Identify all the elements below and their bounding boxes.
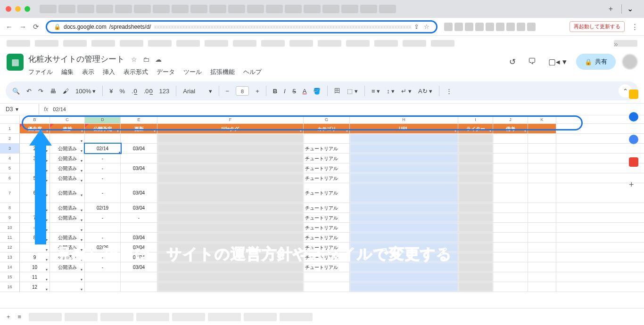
- extensions-row[interactable]: [444, 23, 563, 31]
- row-label[interactable]: 13: [0, 252, 20, 262]
- cell-status[interactable]: ▾: [50, 223, 85, 232]
- cell-writer[interactable]: [458, 203, 493, 212]
- cell-priority[interactable]: 9▾: [20, 252, 50, 262]
- chrome-menu-icon[interactable]: ⋮: [631, 23, 638, 31]
- cell-update[interactable]: -: [121, 213, 157, 222]
- cell-writer[interactable]: [458, 173, 493, 183]
- forward-button[interactable]: →: [19, 23, 26, 31]
- cell-note[interactable]: [493, 163, 528, 173]
- cell-title[interactable]: [157, 223, 304, 232]
- cell-category[interactable]: [304, 282, 350, 292]
- column-headers[interactable]: B C D E F G H I J K: [0, 115, 644, 124]
- cell-update[interactable]: [121, 272, 157, 282]
- cell-writer[interactable]: [458, 183, 493, 203]
- cell-url[interactable]: [350, 173, 458, 183]
- cell-publish[interactable]: -: [85, 183, 121, 203]
- row-label[interactable]: 10: [0, 223, 20, 232]
- share-button[interactable]: 🔒共有: [576, 54, 616, 70]
- cell-note[interactable]: [493, 183, 528, 203]
- italic-button[interactable]: I: [284, 88, 286, 95]
- cell-writer[interactable]: [458, 252, 493, 262]
- print-button[interactable]: 🖶: [50, 88, 56, 95]
- borders-button[interactable]: 田: [334, 87, 340, 95]
- name-box[interactable]: D3 ▾: [6, 106, 34, 113]
- col-F[interactable]: F: [157, 115, 304, 123]
- cell-status[interactable]: 公開済み▾: [50, 183, 85, 203]
- minimize-window-icon[interactable]: [15, 6, 21, 12]
- cell-status[interactable]: ▾: [50, 282, 85, 292]
- cell-update[interactable]: 03/04: [121, 144, 157, 153]
- cell-category[interactable]: チュートリアル: [304, 144, 350, 153]
- cell-status[interactable]: 公開済み▾: [50, 163, 85, 173]
- cell-publish[interactable]: -: [85, 213, 121, 222]
- cell-priority[interactable]: 11▾: [20, 272, 50, 282]
- cell-category[interactable]: [304, 272, 350, 282]
- row-label[interactable]: 16: [0, 282, 20, 292]
- cell-category[interactable]: チュートリアル: [304, 183, 350, 203]
- cell-writer[interactable]: [458, 223, 493, 232]
- cell-url[interactable]: [350, 163, 458, 173]
- cell-title[interactable]: [157, 282, 304, 292]
- cell-title[interactable]: [157, 213, 304, 222]
- cell-note[interactable]: [493, 144, 528, 153]
- col-B[interactable]: B: [20, 115, 50, 123]
- cell-note[interactable]: [493, 223, 528, 232]
- table-row[interactable]: 1612▾▾: [0, 282, 644, 292]
- bookmarks-bar[interactable]: »: [0, 36, 644, 51]
- table-row[interactable]: 43▾公開済み▾-チュートリアル: [0, 154, 644, 163]
- cell-title[interactable]: [157, 154, 304, 163]
- table-row[interactable]: 97▾公開済み▾--チュートリアル: [0, 213, 644, 223]
- add-on-plus-icon[interactable]: +: [629, 180, 638, 189]
- col-G[interactable]: G: [304, 115, 350, 123]
- cell-url[interactable]: [350, 233, 458, 242]
- header-status[interactable]: 進捗: [50, 124, 85, 133]
- restart-to-update-button[interactable]: 再起動して更新する: [570, 21, 625, 32]
- table-row[interactable]: 2▾▾: [0, 134, 644, 144]
- cell-status[interactable]: ▾: [50, 134, 85, 143]
- cell-publish[interactable]: -: [85, 154, 121, 163]
- col-C[interactable]: C: [50, 115, 85, 123]
- table-row[interactable]: 118▾公開済み▾-03/04チュートリアル: [0, 233, 644, 243]
- cell-note[interactable]: [493, 203, 528, 212]
- menu-tools[interactable]: ツール: [183, 66, 202, 78]
- more-tools-icon[interactable]: ⋮: [446, 88, 452, 95]
- contacts-icon[interactable]: [629, 135, 638, 144]
- currency-button[interactable]: ¥: [109, 88, 113, 95]
- cell-update[interactable]: [121, 134, 157, 143]
- undo-button[interactable]: ↶: [26, 88, 32, 95]
- menu-extensions[interactable]: 拡張機能: [210, 66, 235, 78]
- move-doc-icon[interactable]: 🗀: [143, 56, 149, 63]
- cell-note[interactable]: [493, 173, 528, 183]
- cell-category[interactable]: [304, 134, 350, 143]
- text-color-button[interactable]: A: [303, 88, 307, 95]
- cell-note[interactable]: [493, 243, 528, 252]
- cell-note[interactable]: [493, 262, 528, 272]
- browser-tabs[interactable]: [40, 5, 600, 13]
- cell-url[interactable]: [350, 183, 458, 203]
- back-button[interactable]: ←: [6, 23, 13, 31]
- star-icon[interactable]: ☆: [424, 23, 429, 30]
- cell-status[interactable]: 公開済み▾: [50, 154, 85, 163]
- increase-font-button[interactable]: +: [256, 88, 259, 95]
- cell-writer[interactable]: [458, 163, 493, 173]
- row-label[interactable]: 14: [0, 262, 20, 272]
- sheets-logo-icon[interactable]: ▦: [7, 54, 24, 71]
- cell-publish[interactable]: -: [85, 233, 121, 242]
- sheet-tabs[interactable]: [29, 313, 313, 321]
- cell-update[interactable]: 03/04: [121, 203, 157, 212]
- comments-icon[interactable]: 🗨: [525, 54, 539, 69]
- percent-button[interactable]: %: [119, 88, 125, 95]
- cell-category[interactable]: チュートリアル: [304, 173, 350, 183]
- row-label[interactable]: 8: [0, 203, 20, 212]
- all-sheets-button[interactable]: ≡: [18, 313, 22, 320]
- cell-category[interactable]: チュートリアル: [304, 203, 350, 212]
- zoom-dropdown[interactable]: 100% ▾: [75, 88, 96, 95]
- cell-url[interactable]: [350, 134, 458, 143]
- add-sheet-button[interactable]: +: [7, 313, 10, 320]
- row-label[interactable]: 6: [0, 173, 20, 183]
- cell-category[interactable]: チュートリアル: [304, 233, 350, 242]
- more-formats-button[interactable]: 123: [159, 88, 170, 95]
- v-align-button[interactable]: ↕ ▾: [387, 88, 395, 95]
- header-update[interactable]: 更新: [121, 124, 157, 133]
- row-label[interactable]: 2: [0, 134, 20, 143]
